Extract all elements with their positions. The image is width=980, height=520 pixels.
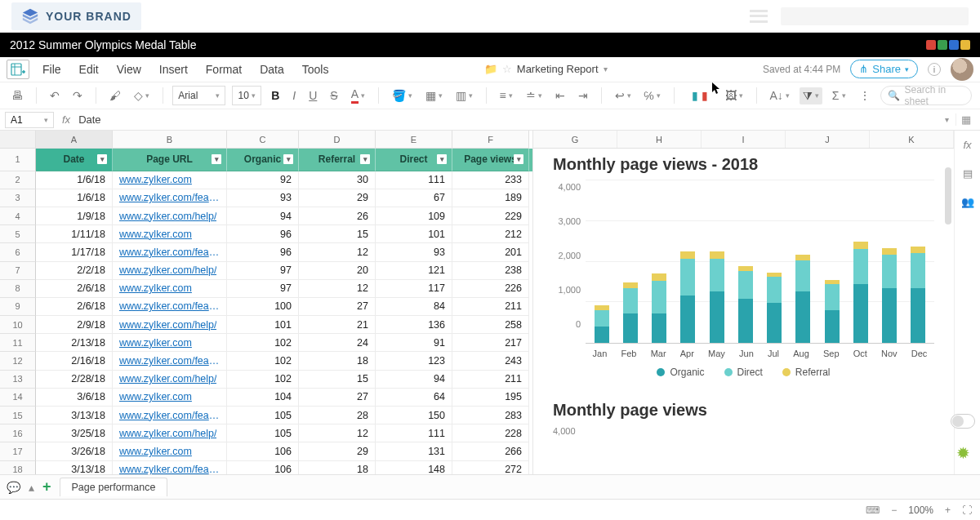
table-row[interactable]: 122/16/18www.zylker.com/features/1021812… [0,352,532,370]
cell[interactable]: 3/13/18 [36,407,113,424]
cell[interactable]: 150 [376,407,452,424]
cell[interactable]: www.zylker.com/help/ [113,316,227,334]
col-header-K[interactable]: K [870,131,954,148]
table-row[interactable]: 132/28/18www.zylker.com/help/1021594211 [0,371,532,389]
gridlines-toggle-icon[interactable]: ▦ [956,113,975,126]
wrap-button[interactable]: ↩▾ [612,87,635,104]
cell[interactable]: 2/6/18 [36,298,113,316]
table-row[interactable]: 153/13/18www.zylker.com/features/1052815… [0,407,532,424]
clear-format-icon[interactable]: ◇▾ [131,87,153,104]
text-color-button[interactable]: A▾ [348,86,368,105]
chart-bar[interactable] [623,282,638,343]
col-header-D[interactable]: D [299,131,376,148]
page-url-link[interactable]: www.zylker.com/features/ [119,192,220,203]
cell[interactable]: 1/9/18 [36,207,113,225]
cell[interactable]: 111 [376,424,452,442]
zoom-out-button[interactable]: − [891,504,897,516]
select-all-corner[interactable] [0,131,36,148]
page-url-link[interactable]: www.zylker.com/features/ [119,300,220,312]
cell[interactable]: 18 [299,461,376,474]
hamburger-icon[interactable] [750,10,768,23]
page-url-link[interactable]: www.zylker.com [119,174,192,185]
cell[interactable]: 233 [452,171,529,189]
cell[interactable]: 24 [299,334,376,352]
cell[interactable]: 1/11/18 [36,225,113,243]
menu-tools[interactable]: Tools [302,63,329,76]
table-row[interactable]: 82/6/18www.zylker.com9712117226 [0,280,532,298]
filter-date[interactable]: Date▾ [36,149,113,171]
chart-bar[interactable] [595,305,609,343]
print-icon[interactable]: 🖶 [8,87,26,104]
cell[interactable]: 111 [376,171,452,189]
page-url-link[interactable]: www.zylker.com [119,337,192,349]
chart-bar[interactable] [825,280,840,343]
share-button[interactable]: ⋔ Share ▾ [850,60,918,78]
cell[interactable]: 101 [376,225,452,243]
cell[interactable]: 102 [227,334,299,352]
cell[interactable]: 123 [376,352,452,370]
cell[interactable]: 64 [376,389,452,407]
row-number[interactable]: 16 [0,424,36,442]
collab-panel-icon[interactable]: 👥 [961,196,974,208]
table-row[interactable]: 112/13/18www.zylker.com1022491217 [0,334,532,352]
cell[interactable]: 105 [227,424,299,442]
cell[interactable]: 28 [299,407,376,424]
cell[interactable]: 106 [227,461,299,474]
menu-view[interactable]: View [117,63,141,76]
col-header-A[interactable]: A [36,131,113,148]
filter-organic[interactable]: Organic▾ [227,149,299,171]
font-family-select[interactable]: Arial▾ [172,86,225,105]
menu-format[interactable]: Format [206,63,242,76]
cell[interactable]: 2/6/18 [36,280,113,298]
cell[interactable]: 101 [227,316,299,334]
legend-item[interactable]: Referral [782,367,831,378]
cell[interactable]: 102 [227,371,299,389]
font-size-select[interactable]: 10▾ [232,86,261,105]
fill-color-button[interactable]: 🪣▾ [389,87,416,104]
page-url-link[interactable]: www.zylker.com [119,391,192,402]
chart-insert-button[interactable]: ▮▮ [684,87,715,104]
cell[interactable]: 3/26/18 [36,442,113,460]
col-header-C[interactable]: C [227,131,299,148]
cell[interactable]: 27 [299,298,376,316]
cell[interactable]: 1/17/18 [36,243,113,261]
indent-increase-button[interactable]: ⇥ [575,87,591,104]
page-url-link[interactable]: www.zylker.com/features/ [119,410,220,421]
table-row[interactable]: 31/6/18www.zylker.com/features/932967189 [0,189,532,207]
table-row[interactable]: 41/9/18www.zylker.com/help/9426109229 [0,207,532,225]
table-row[interactable]: 163/25/18www.zylker.com/help/10512111228 [0,424,532,442]
filter-dropdown-icon[interactable]: ▾ [283,154,293,164]
cell[interactable]: 226 [452,280,529,298]
sort-button[interactable]: A↓▾ [767,87,793,104]
table-row[interactable]: 51/11/18www.zylker.com9615101212 [0,225,532,243]
table-row[interactable]: 173/26/18www.zylker.com10629131266 [0,442,532,460]
page-url-link[interactable]: www.zylker.com [119,446,192,457]
cell[interactable]: 93 [376,243,452,261]
tips-bulb-icon[interactable]: ✹ [956,443,970,463]
cell[interactable]: 121 [376,262,452,280]
cell[interactable]: 201 [452,243,529,261]
comments-panel-icon[interactable]: ▤ [963,167,973,180]
filter-dropdown-icon[interactable]: ▾ [437,154,447,164]
cell[interactable]: 96 [227,243,299,261]
cell[interactable]: 97 [227,280,299,298]
table-row[interactable]: 183/13/18www.zylker.com/features/1061814… [0,461,532,474]
row-number[interactable]: 8 [0,280,36,298]
page-url-link[interactable]: www.zylker.com/help/ [119,264,216,276]
cell[interactable]: 3/6/18 [36,389,113,407]
row-number[interactable]: 5 [0,225,36,243]
row-number[interactable]: 10 [0,316,36,334]
cell[interactable]: 1/6/18 [36,189,113,207]
cell[interactable]: 211 [452,371,529,389]
cell[interactable]: 283 [452,407,529,424]
cell[interactable]: 2/2/18 [36,262,113,280]
sheet-search[interactable]: 🔍 Search in sheet [880,86,973,105]
chart-bar[interactable] [680,251,695,344]
page-url-link[interactable]: www.zylker.com/features/ [119,464,220,474]
cell[interactable]: 18 [299,352,376,370]
redo-icon[interactable]: ↷ [69,87,86,104]
cell[interactable]: www.zylker.com/features/ [113,352,227,370]
zoom-in-button[interactable]: + [945,504,951,516]
chart-bar[interactable] [911,247,925,343]
cell[interactable]: 93 [227,189,299,207]
